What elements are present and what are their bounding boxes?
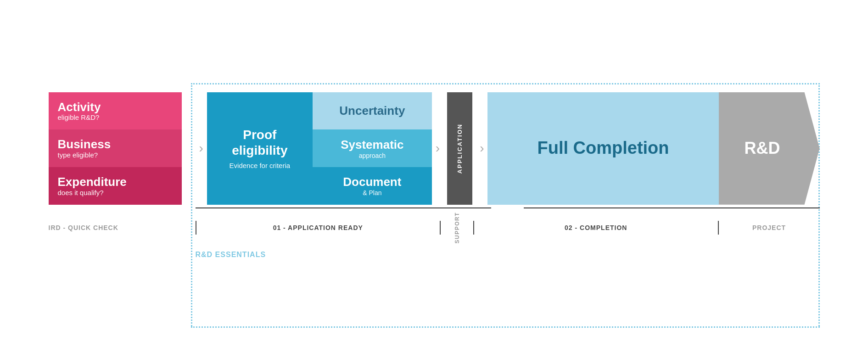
ird-label: IRD - QUICK CHECK	[49, 224, 118, 231]
rd-block: R&D	[719, 92, 820, 205]
document-block: Document & Plan	[313, 167, 432, 205]
activity-block: Activity eligible R&D?	[49, 92, 182, 130]
arrow-3: ›	[476, 92, 487, 205]
activity-title: Activity	[58, 101, 173, 114]
expenditure-title: Expenditure	[58, 175, 173, 189]
application-text: APPLICATION	[456, 123, 463, 174]
document-title: Document	[343, 175, 401, 189]
proof-eligibility-block: Proof eligibility Evidence for criteria	[207, 92, 313, 205]
arrow-1: ›	[196, 92, 207, 205]
uncertainty-title: Uncertainty	[339, 104, 405, 118]
criteria-sub-blocks: Uncertainty Systematic approach Document…	[313, 92, 432, 205]
full-completion-block: Full Completion	[487, 92, 718, 205]
business-title: Business	[58, 138, 173, 151]
systematic-title: Systematic	[341, 138, 403, 152]
essentials-row: R&D ESSENTIALS	[49, 251, 820, 259]
project-label: PROJECT	[752, 224, 786, 231]
completion-title: Full Completion	[537, 139, 669, 158]
essentials-text: R&D ESSENTIALS	[196, 251, 266, 258]
diagram-main-row: Activity eligible R&D? Business type eli…	[49, 92, 820, 205]
activity-sub: eligible R&D?	[58, 113, 173, 121]
expenditure-sub: does it qualify?	[58, 189, 173, 196]
systematic-block: Systematic approach	[313, 129, 432, 167]
eligibility-block: Activity eligible R&D? Business type eli…	[49, 92, 182, 205]
section01-label: 01 - APPLICATION READY	[273, 224, 363, 231]
systematic-sub: approach	[359, 152, 386, 159]
dotted-border-bottom	[191, 326, 820, 328]
business-block: Business type eligible?	[49, 129, 182, 167]
business-sub: type eligible?	[58, 151, 173, 159]
expenditure-block: Expenditure does it qualify?	[49, 167, 182, 205]
arrow-2: ›	[432, 92, 443, 205]
rd-text: R&D	[745, 139, 780, 158]
proof-title: Proof eligibility	[216, 127, 303, 158]
section02-label: 02 - COMPLETION	[565, 224, 627, 231]
application-block: APPLICATION	[447, 92, 472, 205]
document-sub: & Plan	[363, 189, 381, 196]
support-label: SUPPORT	[454, 212, 460, 244]
proof-sub: Evidence for criteria	[230, 162, 291, 169]
uncertainty-block: Uncertainty	[313, 92, 432, 130]
dotted-border-top	[191, 83, 820, 84]
